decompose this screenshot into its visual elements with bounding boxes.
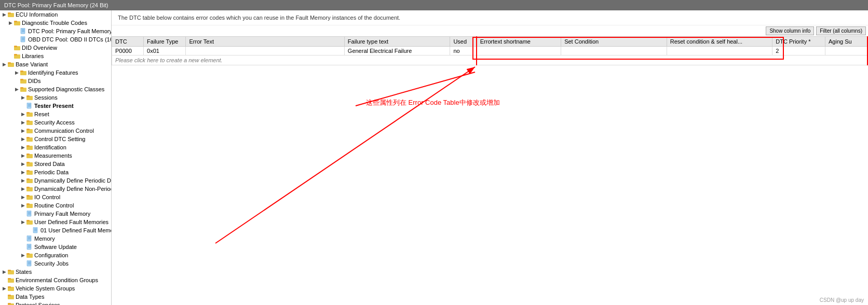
sidebar-item[interactable]: OBD DTC Pool: OBD II DTCs (16 Bit [0, 35, 111, 44]
sidebar-item[interactable]: ▶Stored Data [0, 160, 111, 168]
folder-icon [20, 86, 27, 93]
sidebar-item[interactable]: Tester Present [0, 102, 111, 110]
sidebar-item[interactable]: ▶ECU Information [0, 10, 111, 19]
tree-expand-icon[interactable]: ▶ [20, 202, 26, 209]
folder-icon [26, 127, 33, 134]
content-description: The DTC table below contains error codes… [112, 10, 868, 25]
tree-expand-icon[interactable]: ▶ [1, 61, 7, 67]
file-icon [26, 235, 33, 242]
col-header-reset-condition: Reset condition & self heal... [667, 37, 772, 47]
folder-icon [26, 218, 33, 226]
tree-expand-icon[interactable]: ▶ [20, 128, 26, 134]
tree-expand-icon[interactable]: ▶ [20, 161, 26, 167]
tree-expand-icon[interactable]: ▶ [20, 177, 26, 184]
sidebar-item[interactable]: ▶Periodic Data [0, 168, 111, 176]
svg-rect-68 [27, 244, 31, 249]
tree-expand-icon[interactable] [1, 302, 7, 305]
filter-all-columns-button[interactable]: Filter (all columns) [816, 26, 866, 35]
tree-expand-icon[interactable]: ▶ [20, 252, 26, 258]
tree-expand-icon[interactable] [13, 28, 20, 34]
sidebar-item[interactable]: ▶Vehicle System Groups [0, 284, 111, 293]
sidebar-item[interactable]: DTC Pool: Primary Fault Memory (24 [0, 27, 111, 35]
tree-expand-icon[interactable] [7, 45, 13, 51]
sidebar-item[interactable]: 01 User Defined Fault Memor [0, 226, 111, 234]
sidebar-item[interactable]: ▶Identification [0, 143, 111, 151]
sidebar-item[interactable]: ▶User Defined Fault Memories [0, 218, 111, 226]
sidebar-item[interactable]: DID Overview [0, 44, 111, 52]
tree-expand-icon[interactable]: ▶ [20, 152, 26, 159]
sidebar-item[interactable]: ▶States [0, 268, 111, 276]
sidebar-item[interactable]: ▶Sessions [0, 93, 111, 102]
sidebar-item[interactable]: Environmental Condition Groups [0, 276, 111, 284]
sidebar-item[interactable]: ▶Security Access [0, 118, 111, 127]
tree-expand-icon[interactable]: ▶ [20, 186, 26, 192]
sidebar-item[interactable]: Software Update [0, 243, 111, 251]
sidebar-item[interactable]: Protocol Services [0, 301, 111, 305]
file-icon [26, 102, 33, 109]
sidebar-item[interactable]: ▶Supported Diagnostic Classes [0, 85, 111, 93]
sidebar-item-label: Stored Data [34, 161, 65, 167]
tree-expand-icon[interactable] [7, 53, 13, 59]
tree-expand-icon[interactable] [20, 211, 26, 217]
new-element-row[interactable]: Please click here to create a new elemen… [112, 56, 868, 65]
sidebar-item[interactable]: ▶Configuration [0, 251, 111, 259]
sidebar-item[interactable]: ▶Reset [0, 110, 111, 118]
sidebar-item[interactable]: ▶Measurements [0, 151, 111, 160]
tree-expand-icon[interactable]: ▶ [1, 269, 7, 275]
tree-expand-icon[interactable]: ▶ [20, 144, 26, 150]
sidebar-item[interactable]: ▶Dynamically Define Periodic Dat [0, 176, 111, 185]
tree-expand-icon[interactable]: ▶ [20, 136, 26, 142]
tree-expand-icon[interactable] [20, 235, 26, 242]
cell-aging [825, 47, 867, 56]
tree-expand-icon[interactable]: ▶ [13, 70, 20, 76]
sidebar-item[interactable]: ▶Routine Control [0, 201, 111, 210]
col-header-dtc-priority: DTC Priority * [772, 37, 825, 47]
tree-expand-icon[interactable]: ▶ [1, 285, 7, 292]
tree-expand-icon[interactable]: ▶ [7, 20, 13, 26]
tree-expand-icon[interactable]: ▶ [20, 94, 26, 101]
tree-expand-icon[interactable]: ▶ [20, 169, 26, 175]
tree-expand-icon[interactable]: ▶ [20, 119, 26, 126]
tree-expand-icon[interactable]: ▶ [1, 11, 7, 18]
sidebar-item[interactable]: ▶Identifying Features [0, 68, 111, 77]
tree-expand-icon[interactable] [20, 103, 26, 109]
cell-dtc-priority: 2 [772, 47, 825, 56]
tree-expand-icon[interactable] [1, 277, 7, 283]
col-header-set-condition: Set Condition [561, 37, 667, 47]
sidebar-item-label: Base Variant [16, 61, 48, 67]
tree-expand-icon[interactable]: ▶ [13, 86, 20, 92]
tree-expand-icon[interactable] [13, 36, 20, 43]
sidebar-item[interactable]: ▶Dynamically Define Non-Periodic [0, 185, 111, 193]
svg-rect-59 [26, 220, 30, 221]
sidebar-item-label: Vehicle System Groups [16, 285, 75, 292]
tree-expand-icon[interactable]: ▶ [20, 194, 26, 200]
sidebar-item[interactable]: Data Types [0, 293, 111, 301]
sidebar-item[interactable]: Primary Fault Memory [0, 210, 111, 218]
sidebar-item[interactable]: DIDs [0, 77, 111, 85]
folder-icon [26, 160, 33, 168]
table-row[interactable]: P0000 0x01 General Electrical Failure no… [112, 47, 868, 56]
tree-expand-icon[interactable] [26, 227, 32, 233]
sidebar-item[interactable]: Memory [0, 234, 111, 243]
sidebar-item[interactable]: ▶Communication Control [0, 127, 111, 135]
svg-rect-81 [8, 278, 11, 280]
sidebar-item-label: Security Jobs [34, 260, 69, 267]
tree-expand-icon[interactable] [20, 260, 26, 267]
show-column-info-button[interactable]: Show column info [766, 26, 814, 35]
sidebar-item-label: OBD DTC Pool: OBD II DTCs (16 Bit [28, 36, 111, 43]
sidebar-item[interactable]: ▶Control DTC Setting [0, 135, 111, 143]
tree-expand-icon[interactable]: ▶ [20, 111, 26, 117]
sidebar-item[interactable]: ▶Base Variant [0, 60, 111, 68]
sidebar[interactable]: ▶ECU Information▶Diagnostic Trouble Code… [0, 10, 112, 305]
table-container[interactable]: Show column info Filter (all columns) DT… [112, 25, 868, 305]
sidebar-item[interactable]: Security Jobs [0, 259, 111, 268]
tree-expand-icon[interactable] [1, 294, 7, 300]
svg-rect-49 [26, 187, 30, 188]
sidebar-item[interactable]: Libraries [0, 52, 111, 60]
tree-expand-icon[interactable] [13, 78, 20, 84]
tree-expand-icon[interactable] [20, 244, 26, 250]
annotation-text: 这些属性列在 Error Code Table中修改或增加 [366, 98, 500, 107]
sidebar-item[interactable]: ▶Diagnostic Trouble Codes [0, 19, 111, 27]
tree-expand-icon[interactable]: ▶ [20, 219, 26, 225]
sidebar-item[interactable]: ▶IO Control [0, 193, 111, 201]
